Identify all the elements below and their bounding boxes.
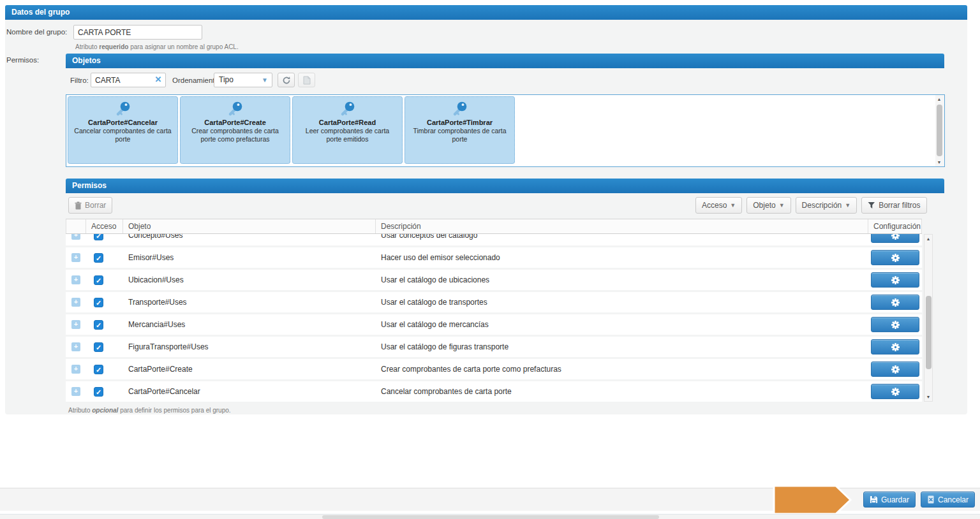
scroll-up-icon[interactable]: ▲: [924, 235, 932, 243]
row-objeto: CartaPorte#Create: [123, 365, 376, 374]
col-configuracion: Configuración: [868, 219, 922, 233]
object-card-title: CartaPorte#Timbrar: [410, 119, 509, 126]
expand-plus-icon[interactable]: +: [71, 275, 80, 284]
filter-descripcion-button[interactable]: Descripción▼: [796, 197, 858, 214]
cancel-button[interactable]: Cancelar: [921, 492, 975, 508]
access-checkbox[interactable]: ✓: [94, 275, 103, 285]
gear-icon: [891, 321, 900, 329]
object-card[interactable]: CartaPorte#Read Leer comprobantes de car…: [292, 96, 403, 164]
clear-filters-icon: [868, 201, 875, 209]
row-descripcion: Usar conceptos del catálogo: [376, 234, 868, 240]
row-objeto: Transporte#Uses: [123, 298, 376, 307]
chevron-down-icon: ▼: [845, 202, 850, 208]
col-descripcion: Descripción: [376, 219, 868, 233]
table-header: Acceso Objeto Descripción Configuración: [66, 219, 922, 234]
clear-filter-icon[interactable]: ✕: [153, 75, 163, 85]
row-descripcion: Usar el catálogo de ubicaciones: [376, 275, 868, 284]
table-row[interactable]: + ✓ Emisor#Uses Hacer uso del emisor sel…: [66, 247, 922, 268]
expand-plus-icon[interactable]: +: [71, 298, 80, 307]
gear-icon: [891, 298, 900, 307]
scrollbar-thumb[interactable]: [937, 105, 942, 156]
scroll-down-icon[interactable]: ▼: [924, 393, 932, 401]
table-row[interactable]: + ✓ Mercancia#Uses Usar el catálogo de m…: [66, 314, 922, 335]
expand-plus-icon[interactable]: +: [71, 365, 80, 374]
table-row[interactable]: + ✓ CartaPorte#Cancelar Cancelar comprob…: [66, 381, 922, 402]
filter-objeto-button[interactable]: Objeto▼: [746, 197, 791, 214]
object-card-desc: Timbrar comprobantes de carta porte: [410, 127, 509, 143]
gear-icon: [891, 254, 900, 262]
gear-icon: [891, 365, 900, 374]
permissions-table: + ✓ Concepto#Uses Usar conceptos del cat…: [66, 234, 922, 404]
config-button[interactable]: [871, 250, 919, 265]
row-objeto: Emisor#Uses: [123, 253, 376, 262]
col-acceso: Acceso: [86, 219, 123, 233]
filter-acceso-button[interactable]: Acceso▼: [695, 197, 742, 214]
permissions-hint: Atributo opcional para definir los permi…: [68, 407, 231, 414]
config-button[interactable]: [871, 272, 919, 288]
scroll-up-icon[interactable]: ▲: [935, 95, 943, 103]
expand-plus-icon[interactable]: +: [71, 253, 80, 262]
row-objeto: CartaPorte#Cancelar: [123, 387, 376, 396]
row-objeto: Concepto#Uses: [123, 234, 376, 240]
config-button[interactable]: [871, 362, 919, 377]
row-descripcion: Usar el catálogo de mercancías: [376, 320, 868, 329]
access-checkbox[interactable]: ✓: [94, 234, 103, 240]
file-icon: [303, 76, 311, 85]
expand-plus-icon[interactable]: +: [71, 387, 80, 396]
expand-plus-icon[interactable]: +: [71, 342, 80, 351]
permisos-section-title: Permisos: [66, 179, 944, 193]
save-button[interactable]: Guardar: [863, 492, 916, 508]
row-objeto: Mercancia#Uses: [123, 320, 376, 329]
table-row[interactable]: + ✓ Transporte#Uses Usar el catálogo de …: [66, 292, 922, 312]
key-icon: [227, 101, 244, 117]
key-icon: [115, 101, 131, 117]
object-card[interactable]: CartaPorte#Create Crear comprobantes de …: [180, 96, 290, 164]
arrow-annotation: [773, 484, 853, 516]
config-button[interactable]: [871, 384, 919, 399]
objects-scrollbar[interactable]: ▲ ▼: [935, 95, 944, 166]
horizontal-scrollbar[interactable]: [0, 514, 980, 519]
table-scrollbar[interactable]: ▲ ▼: [924, 234, 933, 402]
object-card[interactable]: CartaPorte#Timbrar Timbrar comprobantes …: [405, 96, 515, 164]
chevron-down-icon: ▼: [262, 73, 268, 87]
scroll-down-icon[interactable]: ▼: [935, 158, 943, 166]
group-form-panel: Datos del grupo Nombre del grupo: Atribu…: [5, 5, 967, 414]
access-checkbox[interactable]: ✓: [94, 320, 103, 330]
access-checkbox[interactable]: ✓: [94, 253, 103, 263]
col-objeto: Objeto: [123, 219, 376, 233]
key-icon: [452, 101, 468, 117]
table-row[interactable]: + ✓ Ubicacion#Uses Usar el catálogo de u…: [66, 270, 922, 290]
config-button[interactable]: [871, 317, 919, 332]
objetos-section-title: Objetos: [66, 54, 944, 68]
table-row[interactable]: + ✓ FiguraTransporte#Uses Usar el catálo…: [66, 337, 922, 357]
access-checkbox[interactable]: ✓: [94, 387, 103, 397]
config-button[interactable]: [871, 295, 919, 310]
config-button[interactable]: [871, 234, 919, 243]
expand-plus-icon[interactable]: +: [71, 320, 80, 329]
row-objeto: FiguraTransporte#Uses: [123, 342, 376, 351]
table-row[interactable]: + ✓ Concepto#Uses Usar conceptos del cat…: [66, 234, 922, 245]
access-checkbox[interactable]: ✓: [94, 365, 103, 374]
clear-filters-button[interactable]: Borrar filtros: [861, 197, 926, 214]
group-name-input[interactable]: [73, 25, 202, 40]
sort-select[interactable]: Tipo ▼: [214, 73, 272, 87]
panel-title: Datos del grupo: [5, 5, 967, 20]
objetos-list: CartaPorte#Cancelar Cancelar comprobante…: [66, 94, 945, 167]
access-checkbox[interactable]: ✓: [94, 298, 103, 307]
trash-icon: [75, 201, 82, 210]
export-button[interactable]: [298, 73, 315, 87]
cancel-icon: [927, 495, 935, 504]
object-card-title: CartaPorte#Create: [186, 119, 285, 126]
object-card[interactable]: CartaPorte#Cancelar Cancelar comprobante…: [68, 96, 178, 164]
hscrollbar-thumb[interactable]: [322, 515, 659, 519]
config-button[interactable]: [871, 339, 919, 355]
expand-plus-icon[interactable]: +: [71, 234, 80, 240]
access-checkbox[interactable]: ✓: [94, 342, 103, 352]
refresh-button[interactable]: [278, 73, 295, 87]
delete-button[interactable]: Borrar: [68, 197, 112, 214]
chevron-down-icon: ▼: [730, 202, 736, 208]
row-descripcion: Crear comprobantes de carta porte como p…: [376, 365, 868, 374]
scrollbar-thumb[interactable]: [926, 296, 932, 369]
gear-icon: [891, 234, 900, 240]
table-row[interactable]: + ✓ CartaPorte#Create Crear comprobantes…: [66, 359, 922, 379]
